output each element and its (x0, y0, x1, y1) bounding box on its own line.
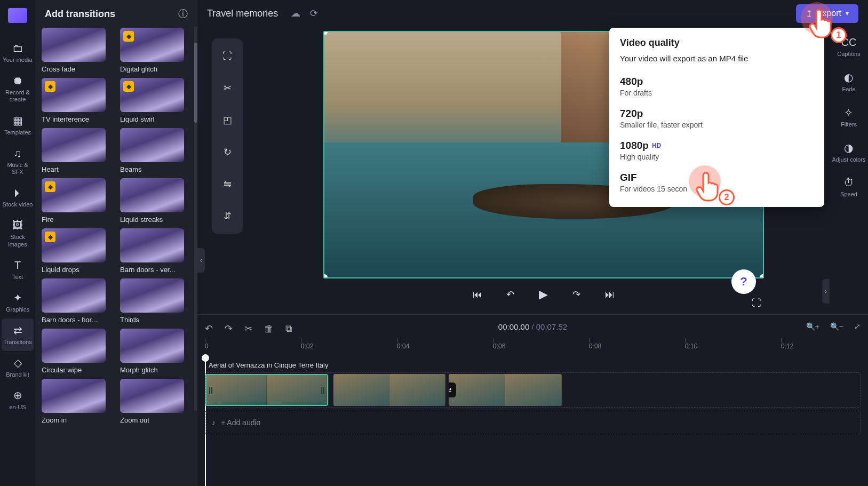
quality-desc: For drafts (620, 89, 814, 97)
quality-option-1080p[interactable]: 1080pHDHigh quality (620, 134, 814, 166)
track-area: Aerial of Vernazza in Cinque Terre Italy… (197, 358, 868, 486)
transition-tv-interference[interactable]: ◆TV interference (42, 78, 113, 125)
upload-icon: ↥ (806, 9, 813, 19)
fullscreen-button[interactable]: ⛶ (752, 298, 761, 309)
redo-button[interactable]: ↷ (225, 323, 233, 334)
rail-label: Brand kit (6, 371, 29, 378)
back-5s-button[interactable]: ↶ (503, 287, 518, 302)
transition-label: Liquid drops (42, 266, 113, 275)
transition-label: Digital glitch (120, 65, 191, 75)
templates-icon: ▦ (13, 114, 23, 127)
rail-brand-kit[interactable]: ◇Brand kit (2, 351, 34, 384)
rotate-icon[interactable]: ↻ (215, 140, 240, 164)
transition-label: Circular wipe (42, 366, 113, 376)
rail-record-create[interactable]: ⏺Record & create (2, 69, 34, 108)
rr-filters[interactable]: ✧Filters (841, 103, 857, 131)
preview-tools: ⛶ ✂ ◰ ↻ ⇋ ⇵ (197, 31, 257, 314)
rail-label: Graphics (6, 306, 29, 313)
rr-label: Filters (841, 121, 857, 128)
graphics-icon: ✦ (13, 291, 22, 304)
rail-your-media[interactable]: 🗀Your media (2, 36, 34, 69)
export-label: Export (817, 9, 841, 18)
transition-liquid-drops[interactable]: ◆Liquid drops (42, 228, 113, 275)
clip-1[interactable]: || || (205, 374, 328, 406)
transition-barn-doors-hor-[interactable]: Barn doors - hor... (42, 278, 113, 325)
transition-label: Beams (120, 165, 191, 175)
quality-option-480p[interactable]: 480pFor drafts (620, 70, 814, 102)
transition-thirds[interactable]: Thirds (120, 278, 191, 325)
audio-track[interactable]: ♪ + Add audio (205, 411, 861, 434)
clip-2[interactable] (333, 374, 445, 406)
zoom-in-button[interactable]: 🔍+ (806, 322, 819, 331)
rail-graphics[interactable]: ✦Graphics (2, 286, 34, 318)
fit-icon[interactable]: ⛶ (215, 44, 240, 68)
fade-icon: ◐ (844, 71, 853, 84)
video-track[interactable]: Aerial of Vernazza in Cinque Terre Italy… (205, 372, 861, 408)
premium-badge-icon: ◆ (45, 232, 55, 242)
resize-handle-br[interactable] (760, 274, 764, 278)
export-button[interactable]: ↥ Export ▾ (796, 4, 858, 23)
rail-text[interactable]: TText (2, 253, 34, 286)
transition-digital-glitch[interactable]: ◆Digital glitch (120, 28, 191, 75)
rr-label: Adjust colors (832, 156, 866, 163)
play-button[interactable]: ▶ (536, 287, 551, 302)
quality-option-720p[interactable]: 720pSmaller file, faster export (620, 102, 814, 134)
rail-transitions[interactable]: ⇄Transitions (2, 318, 34, 351)
timeline-ruler[interactable]: 00:020:040:060:080:100:12 (205, 342, 868, 358)
app-logo[interactable] (6, 4, 29, 27)
rr-adjust-colors[interactable]: ◑Adjust colors (832, 138, 866, 166)
zoom-fit-button[interactable]: ⤢ (854, 322, 861, 331)
transition-zoom-in[interactable]: Zoom in (42, 379, 113, 426)
camera-icon: ⏺ (12, 74, 23, 87)
premium-badge-icon: ◆ (123, 81, 134, 92)
resize-handle-tl[interactable] (323, 31, 328, 35)
crop-icon[interactable]: ✂ (215, 76, 240, 100)
prev-frame-button[interactable]: ⏮ (470, 287, 485, 302)
rr-speed[interactable]: ⏱Speed (840, 173, 857, 201)
premium-badge-icon: ◆ (45, 81, 55, 92)
resize-handle-bl[interactable] (323, 274, 328, 278)
transition-heart[interactable]: Heart (42, 128, 113, 175)
clip-handle-right[interactable]: || (321, 386, 325, 394)
transition-cross-fade[interactable]: Cross fade (42, 28, 113, 75)
sync-off-icon[interactable]: ⟳ (310, 7, 318, 19)
clip-3[interactable]: ⇄ (449, 374, 562, 406)
rail-templates[interactable]: ▦Templates (2, 109, 34, 141)
transition-liquid-streaks[interactable]: Liquid streaks (120, 178, 191, 225)
collapse-panel-right[interactable]: › (822, 279, 830, 304)
rail-stock-video[interactable]: ⏵Stock video (2, 181, 34, 213)
pip-icon[interactable]: ◰ (215, 108, 240, 132)
undo-cloud-icon[interactable]: ☁ (291, 7, 300, 19)
rail-label: Your media (3, 57, 32, 63)
rr-captions[interactable]: CCCaptions (837, 33, 860, 60)
transition-circular-wipe[interactable]: Circular wipe (42, 329, 113, 376)
rail-music-sfx[interactable]: ♫Music & SFX (2, 141, 34, 181)
flip-v-icon[interactable]: ⇵ (215, 204, 240, 228)
rail-locale[interactable]: ⊕en-US (2, 384, 34, 416)
fwd-5s-button[interactable]: ↷ (569, 287, 584, 302)
rail-stock-images[interactable]: 🖼Stock images (2, 213, 34, 253)
split-button[interactable]: ✂ (244, 323, 252, 334)
transition-zoom-out[interactable]: Zoom out (120, 379, 191, 426)
flip-h-icon[interactable]: ⇋ (215, 172, 240, 196)
transition-badge-icon[interactable]: ⇄ (449, 383, 456, 397)
next-frame-button[interactable]: ⏭ (602, 287, 617, 302)
help-icon[interactable]: ⓘ (178, 7, 188, 20)
undo-button[interactable]: ↶ (205, 323, 213, 334)
text-icon: T (14, 259, 21, 272)
project-title[interactable]: Travel memories (207, 8, 278, 19)
zoom-out-button[interactable]: 🔍− (830, 322, 843, 331)
transition-barn-doors-ver-[interactable]: Barn doors - ver... (120, 228, 191, 275)
transition-beams[interactable]: Beams (120, 128, 191, 175)
transition-fire[interactable]: ◆Fire (42, 178, 113, 225)
delete-button[interactable]: 🗑 (264, 323, 274, 334)
transition-liquid-swirl[interactable]: ◆Liquid swirl (120, 78, 191, 125)
right-rail: CCCaptions ◐Fade ✧Filters ◑Adjust colors… (830, 31, 868, 314)
transition-label: Morph glitch (120, 366, 191, 376)
quality-option-gif[interactable]: GIFFor videos 15 secon (620, 166, 814, 198)
duplicate-button[interactable]: ⧉ (285, 323, 292, 334)
help-fab[interactable]: ? (731, 269, 756, 294)
rr-fade[interactable]: ◐Fade (842, 68, 855, 95)
transition-morph-glitch[interactable]: Morph glitch (120, 329, 191, 376)
clip-handle-left[interactable]: || (209, 386, 213, 394)
